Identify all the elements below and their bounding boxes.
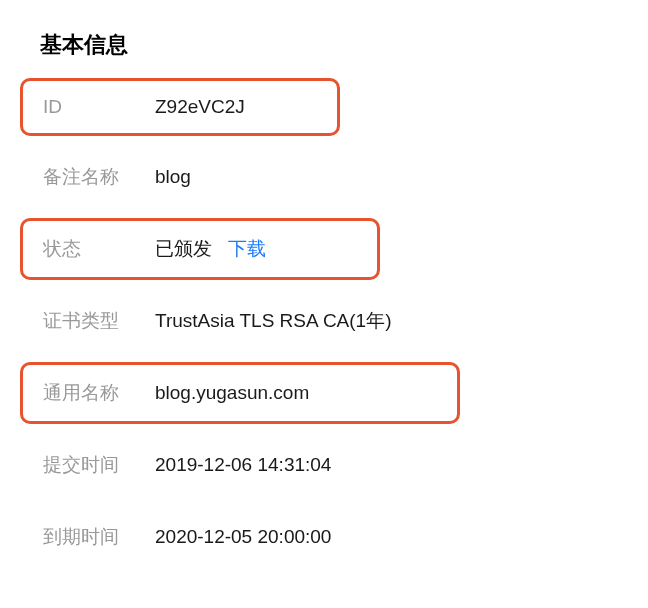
value-id: Z92eVC2J <box>155 96 245 118</box>
row-cert-type: 证书类型 TrustAsia TLS RSA CA(1年) <box>20 290 628 352</box>
label-common-name: 通用名称 <box>43 380 155 406</box>
label-cert-type: 证书类型 <box>43 308 155 334</box>
value-submit-time: 2019-12-06 14:31:04 <box>155 454 331 476</box>
label-submit-time: 提交时间 <box>43 452 155 478</box>
value-common-name: blog.yugasun.com <box>155 382 309 404</box>
download-link[interactable]: 下载 <box>228 236 266 262</box>
label-id: ID <box>43 96 155 118</box>
value-status: 已颁发 <box>155 236 212 262</box>
row-expire-time: 到期时间 2020-12-05 20:00:00 <box>20 506 628 568</box>
label-expire-time: 到期时间 <box>43 524 155 550</box>
row-status: 状态 已颁发 下载 <box>20 218 380 280</box>
row-remark-name: 备注名称 blog <box>20 146 628 208</box>
row-id: ID Z92eVC2J <box>20 78 340 136</box>
label-remark-name: 备注名称 <box>43 164 155 190</box>
row-submit-time: 提交时间 2019-12-06 14:31:04 <box>20 434 628 496</box>
label-status: 状态 <box>43 236 155 262</box>
section-title: 基本信息 <box>40 30 628 60</box>
value-remark-name: blog <box>155 166 191 188</box>
row-common-name: 通用名称 blog.yugasun.com <box>20 362 460 424</box>
value-cert-type: TrustAsia TLS RSA CA(1年) <box>155 308 392 334</box>
value-expire-time: 2020-12-05 20:00:00 <box>155 526 331 548</box>
